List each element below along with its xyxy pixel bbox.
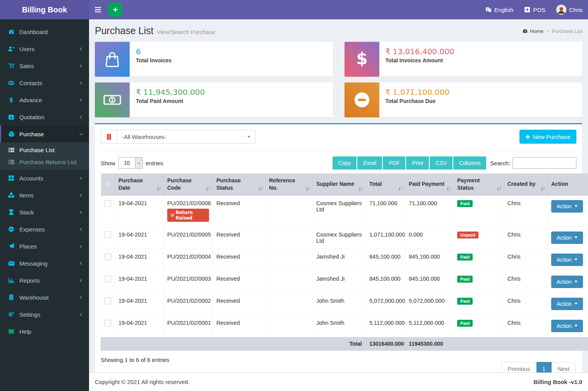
svg-text:$: $ (9, 97, 13, 103)
plus-icon (112, 7, 118, 13)
page-size-select[interactable]: 10 (118, 157, 143, 169)
book-icon (7, 329, 15, 334)
sidebar-item-reports[interactable]: Reports (0, 272, 89, 289)
submenu-item-purchase-list[interactable]: Purchase List (0, 144, 89, 156)
column-purchase-date[interactable]: Purchase Date (115, 173, 164, 195)
sidebar-item-expenses[interactable]: Expenses (0, 221, 89, 238)
purchase-table: Purchase Date Purchase Code Purchase Sta… (101, 173, 588, 351)
chevron-left-icon (79, 278, 83, 283)
sidebar-item-dashboard[interactable]: Dashboard (0, 23, 89, 40)
row-checkbox[interactable] (105, 254, 111, 260)
row-action-button[interactable]: Action (551, 276, 583, 288)
user-menu[interactable]: Chris (551, 0, 588, 19)
column-paid-payment[interactable]: Paid Payment (405, 173, 454, 195)
payment-status-badge: Paid (457, 298, 473, 305)
next-page-button[interactable]: Next (552, 362, 576, 372)
column-purchase-status[interactable]: Purchase Status (213, 173, 266, 195)
page-title: Purchase List (95, 25, 153, 36)
sidebar-item-settings[interactable]: Settings (0, 306, 89, 323)
sidebar-item-messaging[interactable]: Messaging (0, 255, 89, 272)
sidebar-item-accounts[interactable]: Accounts (0, 170, 89, 187)
excel-button[interactable]: Excel (357, 156, 382, 170)
column-payment-status[interactable]: Payment Status (454, 173, 504, 195)
column-total[interactable]: Total (366, 173, 405, 195)
sort-icon (540, 186, 545, 191)
row-checkbox[interactable] (105, 200, 111, 207)
column-supplier-name[interactable]: Supplier Name (313, 173, 366, 195)
row-checkbox[interactable] (105, 320, 111, 326)
chevron-left-icon (79, 98, 83, 102)
language-menu[interactable]: English (480, 0, 519, 19)
row-action-button[interactable]: Action (551, 298, 583, 310)
sidebar-item-stock[interactable]: Stock (0, 204, 89, 221)
warehouse-select[interactable]: -All Warehouses- (117, 130, 255, 144)
brand-logo[interactable]: Billing Book (0, 0, 89, 19)
top-navbar: Billing Book English POS (0, 0, 588, 19)
column-purchase-code[interactable]: Purchase Code (164, 173, 213, 195)
row-checkbox[interactable] (105, 232, 111, 238)
row-action-button[interactable]: Action (551, 200, 583, 213)
payment-status-badge: Unpaid (457, 232, 478, 238)
copyright-text: Copyright © 2021 All rights reserved. (95, 379, 190, 385)
caret-down-icon (574, 325, 578, 327)
stat-value: ₹ 1,071,100.000 (386, 87, 449, 97)
speedometer-icon (522, 28, 528, 34)
pos-button[interactable]: POS (519, 0, 551, 19)
sidebar-item-warehouse[interactable]: Warehouse (0, 289, 89, 306)
row-checkbox[interactable] (105, 276, 111, 282)
chevron-left-icon (79, 193, 83, 197)
select-all-checkbox[interactable] (104, 181, 111, 187)
minus-circle-icon (7, 226, 15, 232)
columns-button[interactable]: Columns (453, 156, 486, 170)
sidebar-item-quotation[interactable]: Quotation (0, 108, 89, 125)
cube-icon (7, 131, 15, 137)
row-action-button[interactable]: Action (551, 320, 583, 332)
csv-button[interactable]: CSV (430, 156, 453, 170)
list-icon (9, 147, 16, 153)
sidebar-item-advance[interactable]: $ Advance (0, 91, 89, 108)
export-search-group: Copy Excel PDF Print CSV Columns Search: (332, 156, 576, 170)
sidebar-item-purchase[interactable]: Purchase (0, 125, 89, 142)
row-action-button[interactable]: Action (551, 232, 583, 244)
new-purchase-button[interactable]: New Purchase (519, 130, 576, 144)
sort-icon (206, 186, 211, 191)
money-bill-icon: 1 (95, 82, 130, 117)
row-action-button[interactable]: Action (551, 254, 583, 266)
print-button[interactable]: Print (406, 156, 429, 170)
sidebar-item-help[interactable]: Help (0, 323, 89, 340)
svg-text:1: 1 (110, 97, 114, 103)
search-input[interactable] (513, 157, 576, 169)
column-created-by[interactable]: Created by (504, 173, 548, 195)
chevron-left-icon (79, 210, 83, 214)
page-1-button[interactable]: 1 (537, 362, 552, 372)
user-avatar (556, 5, 566, 15)
sidebar-item-contacts[interactable]: Contacts (0, 74, 89, 91)
chevron-left-icon (79, 295, 83, 300)
quick-add-button[interactable] (108, 3, 122, 17)
sidebar-item-places[interactable]: Places (0, 238, 89, 255)
column-action: Action (548, 173, 588, 195)
table-row: 19-04-2021 PU/2021/02/0006 ↺Return Raise… (101, 195, 588, 226)
previous-page-button[interactable]: Previous (501, 362, 536, 372)
sidebar: Dashboard Users Sales Contacts $ Advance (0, 19, 89, 391)
search-label: Search: (490, 160, 510, 166)
dollar-icon: $ (7, 97, 15, 103)
payment-status-badge: Paid (457, 200, 473, 207)
column-reference-no[interactable]: Reference No. (266, 173, 313, 195)
submenu-item-purchase-returns-list[interactable]: Purchase Returns List (0, 156, 89, 168)
copy-button[interactable]: Copy (333, 156, 357, 170)
user-plus-icon (7, 46, 15, 52)
datatable-footer: Showing 1 to 6 of 6 entries Previous 1 N… (101, 357, 576, 372)
row-checkbox[interactable] (105, 298, 111, 304)
stat-card-total-invoices-amount: $ ₹ 13,016,400.000 Total Invoices Amount (345, 42, 583, 77)
pdf-button[interactable]: PDF (383, 156, 405, 170)
sidebar-item-sales[interactable]: Sales (0, 57, 89, 74)
sort-icon (398, 186, 403, 191)
stat-value: ₹ 13,016,400.000 (386, 47, 454, 56)
sidebar-item-items[interactable]: Items (0, 187, 89, 204)
sidebar-toggle-button[interactable] (89, 0, 107, 19)
sidebar-item-users[interactable]: Users (0, 40, 89, 57)
breadcrumb-home-link[interactable]: Home (522, 28, 543, 34)
page-subtitle: View/Search Purchase (156, 29, 215, 35)
app: Billing Book English POS (0, 0, 588, 391)
